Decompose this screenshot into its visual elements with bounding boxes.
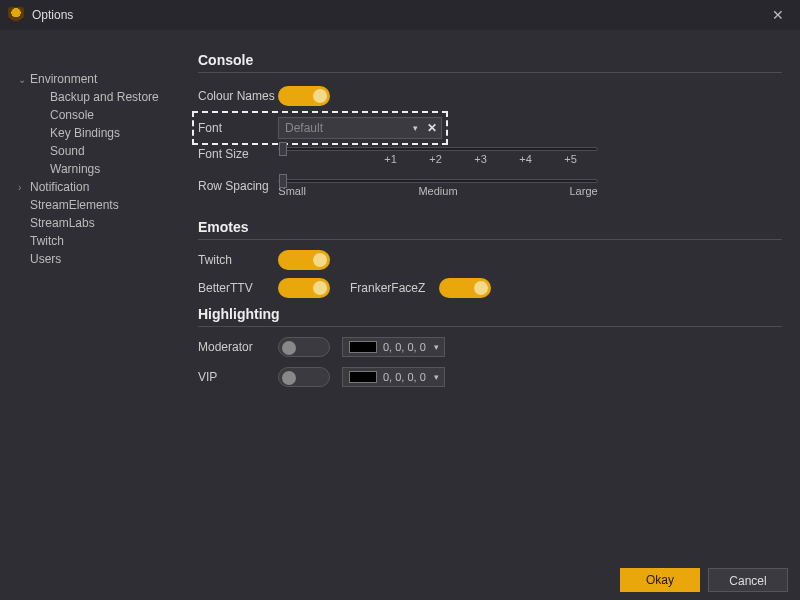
frankerfacez-toggle[interactable]	[439, 278, 491, 298]
sidebar-item-twitch[interactable]: Twitch	[4, 232, 176, 250]
caret-down-icon: ▾	[430, 342, 444, 352]
app-logo-icon	[8, 7, 24, 23]
close-icon[interactable]: ✕	[764, 7, 792, 23]
divider	[198, 72, 782, 73]
toggle-knob-icon	[313, 89, 327, 103]
window-title: Options	[32, 8, 764, 22]
slider-thumb-icon[interactable]	[279, 174, 287, 188]
sidebar-item-users[interactable]: Users	[4, 250, 176, 268]
row-spacing-slider[interactable]	[278, 179, 598, 183]
slider-thumb-icon[interactable]	[279, 142, 287, 156]
caret-down-icon: ▾	[407, 123, 423, 133]
section-title-console: Console	[198, 52, 782, 68]
frankerfacez-label: FrankerFaceZ	[350, 281, 425, 295]
sidebar-item-warnings[interactable]: Warnings	[4, 160, 176, 178]
row-emote-extra: BetterTTV FrankerFaceZ	[198, 278, 782, 298]
font-dropdown-value: Default	[279, 121, 407, 135]
row-font-size: Font Size +1 +2 +3 +4 +5	[198, 147, 782, 173]
row-vip: VIP 0, 0, 0, 0 ▾	[198, 367, 782, 387]
chevron-down-icon: ⌄	[18, 74, 28, 85]
font-clear-button[interactable]: ✕	[423, 121, 441, 135]
toggle-knob-icon	[282, 341, 296, 355]
row-row-spacing: Row Spacing Small Medium Large	[198, 179, 782, 205]
color-swatch-icon	[349, 341, 377, 353]
vip-toggle[interactable]	[278, 367, 330, 387]
footer: Okay Cancel	[0, 560, 800, 600]
sidebar-item-sound[interactable]: Sound	[4, 142, 176, 160]
divider	[198, 239, 782, 240]
vip-label: VIP	[198, 370, 278, 384]
sidebar-item-backup-restore[interactable]: Backup and Restore	[4, 88, 176, 106]
moderator-label: Moderator	[198, 340, 278, 354]
sidebar-tree: ⌄ Environment Backup and Restore Console…	[0, 30, 180, 560]
betterttv-toggle[interactable]	[278, 278, 330, 298]
row-moderator: Moderator 0, 0, 0, 0 ▾	[198, 337, 782, 357]
moderator-toggle[interactable]	[278, 337, 330, 357]
moderator-color-dropdown[interactable]: 0, 0, 0, 0 ▾	[342, 337, 445, 357]
chevron-right-icon: ›	[18, 182, 28, 193]
row-colour-names: Colour Names	[198, 83, 782, 109]
sidebar-item-key-bindings[interactable]: Key Bindings	[4, 124, 176, 142]
row-spacing-ticks: Small Medium Large	[278, 185, 598, 197]
vip-color-value: 0, 0, 0, 0	[383, 371, 430, 383]
twitch-label: Twitch	[198, 253, 264, 267]
sidebar-item-label: Environment	[30, 72, 97, 86]
okay-button[interactable]: Okay	[620, 568, 700, 592]
font-size-slider[interactable]	[278, 147, 598, 151]
sidebar-item-console[interactable]: Console	[4, 106, 176, 124]
cancel-button[interactable]: Cancel	[708, 568, 788, 592]
moderator-color-value: 0, 0, 0, 0	[383, 341, 430, 353]
section-title-emotes: Emotes	[198, 219, 782, 235]
titlebar: Options ✕	[0, 0, 800, 30]
sidebar-item-notification[interactable]: › Notification	[4, 178, 176, 196]
section-title-highlighting: Highlighting	[198, 306, 782, 322]
font-size-ticks: +1 +2 +3 +4 +5	[278, 153, 598, 165]
toggle-knob-icon	[474, 281, 488, 295]
color-swatch-icon	[349, 371, 377, 383]
row-spacing-label: Row Spacing	[198, 179, 278, 193]
toggle-knob-icon	[313, 281, 327, 295]
betterttv-label: BetterTTV	[198, 281, 264, 295]
font-size-label: Font Size	[198, 147, 278, 161]
toggle-knob-icon	[313, 253, 327, 267]
vip-color-dropdown[interactable]: 0, 0, 0, 0 ▾	[342, 367, 445, 387]
twitch-toggle[interactable]	[278, 250, 330, 270]
sidebar-item-streamlabs[interactable]: StreamLabs	[4, 214, 176, 232]
font-dropdown[interactable]: Default ▾ ✕	[278, 117, 442, 139]
sidebar-item-environment[interactable]: ⌄ Environment	[4, 70, 176, 88]
row-emote-twitch: Twitch	[198, 250, 782, 270]
toggle-knob-icon	[282, 371, 296, 385]
row-font: Font Default ▾ ✕	[198, 115, 782, 141]
sidebar-item-streamelements[interactable]: StreamElements	[4, 196, 176, 214]
sidebar-item-label: Notification	[30, 180, 89, 194]
font-selection-highlight: Font Default ▾ ✕	[198, 117, 442, 139]
font-label: Font	[198, 121, 278, 135]
colour-names-toggle[interactable]	[278, 86, 330, 106]
content-panel: Console Colour Names Font Default ▾ ✕ Fo…	[180, 30, 800, 560]
caret-down-icon: ▾	[430, 372, 444, 382]
colour-names-label: Colour Names	[198, 89, 278, 103]
divider	[198, 326, 782, 327]
